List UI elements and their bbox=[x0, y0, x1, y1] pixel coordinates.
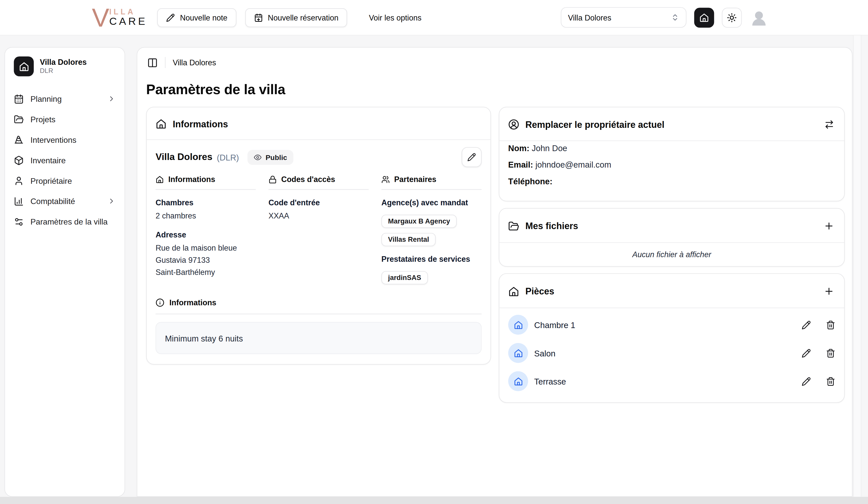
pencil-icon bbox=[802, 320, 811, 329]
user-icon bbox=[14, 176, 24, 186]
notes-section: Informations Minimum stay 6 nuits bbox=[155, 298, 482, 354]
room-name: Chambre 1 bbox=[534, 320, 575, 329]
sidebar: Villa Dolores DLR Planning Projets Inter… bbox=[4, 47, 125, 497]
villa-care-logo: V ILLA CARE bbox=[92, 6, 147, 28]
swap-owner-button[interactable] bbox=[823, 118, 835, 130]
delete-room-button[interactable] bbox=[826, 376, 835, 386]
chevron-right-icon bbox=[107, 95, 116, 103]
edit-room-button[interactable] bbox=[802, 320, 811, 329]
sidebar-villa-header[interactable]: Villa Dolores DLR bbox=[5, 56, 125, 84]
informations-card-title: Informations bbox=[173, 119, 228, 129]
informations-card: Informations Villa Dolores (DLR) Public bbox=[146, 107, 491, 365]
delete-room-button[interactable] bbox=[826, 320, 835, 329]
home-icon bbox=[155, 175, 164, 183]
sidebar-item-label: Comptabilité bbox=[30, 197, 75, 206]
room-home-icon bbox=[508, 315, 528, 335]
pencil-icon bbox=[802, 348, 811, 358]
adresse-label: Adresse bbox=[155, 230, 256, 239]
folder-open-icon bbox=[14, 114, 24, 124]
view-options-button[interactable]: Voir les options bbox=[361, 8, 430, 27]
sidebar-item-parametres-villa[interactable]: Paramètres de la villa bbox=[5, 211, 125, 232]
sidebar-item-label: Projets bbox=[30, 115, 55, 124]
owner-nom-label: Nom: bbox=[508, 143, 529, 153]
edit-room-button[interactable] bbox=[802, 376, 811, 386]
notes-section-title: Informations bbox=[169, 298, 216, 307]
folder-open-icon bbox=[508, 220, 519, 232]
pencil-icon bbox=[467, 153, 476, 161]
add-room-button[interactable] bbox=[823, 285, 835, 298]
traffic-cone-icon bbox=[14, 135, 24, 145]
info-icon bbox=[155, 298, 164, 307]
sidebar-item-comptabilite[interactable]: Comptabilité bbox=[5, 191, 125, 211]
topbar: V ILLA CARE Nouvelle note Nouvelle réser… bbox=[0, 0, 868, 35]
user-circle-icon bbox=[508, 119, 519, 130]
adresse-line: Saint-Barthélemy bbox=[155, 266, 256, 278]
owner-tel-label: Téléphone: bbox=[508, 177, 552, 186]
package-icon bbox=[14, 155, 24, 165]
partenaires-column: Partenaires Agence(s) avec mandat Margau… bbox=[381, 175, 482, 284]
sidebar-nav: Planning Projets Interventions Inventair… bbox=[5, 88, 125, 232]
calendar-icon bbox=[14, 94, 24, 104]
horizontal-scrollbar[interactable] bbox=[0, 497, 868, 504]
codes-acces-title: Codes d'accès bbox=[281, 175, 335, 184]
avatar-silhouette-icon bbox=[750, 8, 768, 27]
informations-column: Informations Chambres 2 chambres Adresse… bbox=[155, 175, 256, 284]
sidebar-item-inventaire[interactable]: Inventaire bbox=[5, 150, 125, 170]
pencil-icon bbox=[802, 376, 811, 386]
sidebar-item-label: Paramètres de la villa bbox=[30, 217, 108, 226]
lock-icon bbox=[268, 175, 277, 183]
sidebar-item-proprietaire[interactable]: Propriétaire bbox=[5, 170, 125, 191]
sidebar-item-interventions[interactable]: Interventions bbox=[5, 129, 125, 150]
users-icon bbox=[381, 175, 390, 183]
new-reservation-label: Nouvelle réservation bbox=[268, 13, 338, 22]
vertical-scrollbar[interactable] bbox=[853, 35, 861, 497]
room-name: Terrasse bbox=[534, 376, 566, 386]
files-card-title: Mes fichiers bbox=[525, 221, 578, 231]
partenaires-title: Partenaires bbox=[394, 175, 436, 184]
trash-icon bbox=[826, 320, 835, 329]
adresse-line: Rue de la maison bleue bbox=[155, 242, 256, 254]
sidebar-item-label: Propriétaire bbox=[30, 176, 72, 185]
theme-toggle-button[interactable] bbox=[722, 8, 742, 28]
prestataire-tag[interactable]: jardinSAS bbox=[381, 271, 428, 284]
chambres-value: 2 chambres bbox=[155, 210, 256, 222]
app-window: V ILLA CARE Nouvelle note Nouvelle réser… bbox=[0, 0, 868, 504]
files-card: Mes fichiers Aucun fichier à afficher bbox=[499, 208, 845, 267]
logo-v: V bbox=[92, 6, 108, 28]
panel-toggle-icon[interactable] bbox=[147, 57, 158, 68]
villa-name: Villa Dolores bbox=[155, 151, 212, 163]
agences-label: Agence(s) avec mandat bbox=[381, 198, 482, 207]
villa-select[interactable]: Villa Dolores bbox=[561, 7, 686, 28]
villa-home-icon bbox=[14, 56, 34, 76]
breadcrumb-separator bbox=[165, 57, 165, 68]
owner-card: Remplacer le propriétaire actuel Nom: Jo… bbox=[499, 107, 845, 201]
add-file-button[interactable] bbox=[823, 220, 835, 232]
agency-tag[interactable]: Margaux B Agency bbox=[381, 215, 457, 228]
home-button[interactable] bbox=[694, 8, 714, 28]
files-empty-state: Aucun fichier à afficher bbox=[499, 243, 844, 266]
plus-icon bbox=[824, 221, 834, 231]
room-name: Salon bbox=[534, 348, 556, 358]
new-note-button[interactable]: Nouvelle note bbox=[157, 8, 236, 27]
room-row: Salon bbox=[508, 343, 835, 363]
edit-room-button[interactable] bbox=[802, 348, 811, 358]
main-panel: Villa Dolores Paramètres de la villa Inf… bbox=[137, 47, 852, 497]
visibility-badge: Public bbox=[247, 150, 293, 165]
agency-tag[interactable]: Villas Rental bbox=[381, 233, 436, 246]
room-row: Chambre 1 bbox=[508, 315, 835, 335]
code-entree-label: Code d'entrée bbox=[268, 198, 369, 207]
pencil-icon bbox=[166, 13, 175, 22]
delete-room-button[interactable] bbox=[826, 348, 835, 358]
sidebar-item-label: Planning bbox=[30, 94, 62, 103]
user-avatar[interactable] bbox=[748, 7, 769, 28]
edit-villa-button[interactable] bbox=[462, 147, 482, 167]
new-reservation-button[interactable]: Nouvelle réservation bbox=[245, 8, 348, 27]
sidebar-item-planning[interactable]: Planning bbox=[5, 88, 125, 109]
arrow-right-left-icon bbox=[824, 119, 834, 129]
rooms-card: Pièces Chambre 1 bbox=[499, 273, 845, 403]
breadcrumb-current: Villa Dolores bbox=[173, 58, 216, 67]
calendar-plus-icon bbox=[254, 13, 263, 22]
sidebar-item-projets[interactable]: Projets bbox=[5, 109, 125, 129]
adresse-line: Gustavia 97133 bbox=[155, 254, 256, 266]
eye-icon bbox=[253, 153, 262, 161]
